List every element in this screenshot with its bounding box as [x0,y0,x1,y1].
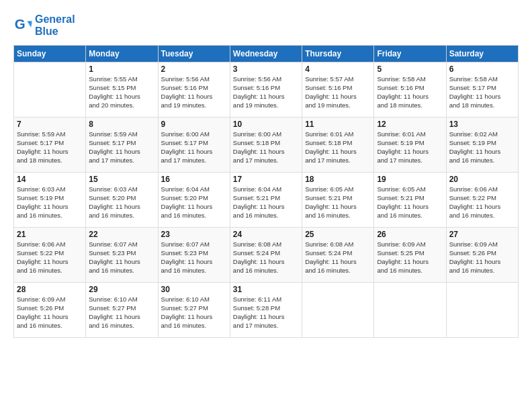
calendar-cell: 26Sunrise: 6:09 AM Sunset: 5:25 PM Dayli… [374,228,446,283]
day-number: 17 [233,175,299,184]
day-number: 15 [89,175,154,184]
day-number: 22 [89,230,154,239]
day-info: Sunrise: 5:59 AM Sunset: 5:17 PM Dayligh… [17,130,83,165]
day-number: 31 [233,285,299,294]
logo: G General Blue [13,13,75,37]
calendar-cell: 14Sunrise: 6:03 AM Sunset: 5:19 PM Dayli… [14,173,86,228]
day-info: Sunrise: 5:59 AM Sunset: 5:17 PM Dayligh… [89,130,154,165]
day-info: Sunrise: 6:07 AM Sunset: 5:23 PM Dayligh… [161,240,227,275]
calendar-cell: 3Sunrise: 5:56 AM Sunset: 5:16 PM Daylig… [230,62,302,118]
calendar-cell: 2Sunrise: 5:56 AM Sunset: 5:16 PM Daylig… [158,62,230,118]
day-info: Sunrise: 6:10 AM Sunset: 5:27 PM Dayligh… [89,295,154,330]
day-number: 4 [305,64,371,74]
day-info: Sunrise: 6:01 AM Sunset: 5:18 PM Dayligh… [305,130,371,165]
day-number: 28 [17,285,83,294]
day-info: Sunrise: 6:06 AM Sunset: 5:22 PM Dayligh… [449,185,515,220]
day-info: Sunrise: 6:03 AM Sunset: 5:19 PM Dayligh… [17,185,83,220]
day-info: Sunrise: 6:05 AM Sunset: 5:21 PM Dayligh… [377,185,443,220]
calendar-cell [14,62,86,118]
day-info: Sunrise: 6:08 AM Sunset: 5:24 PM Dayligh… [233,240,299,275]
day-number: 25 [305,230,371,239]
calendar-header-sunday: Sunday [14,46,86,62]
calendar-cell: 20Sunrise: 6:06 AM Sunset: 5:22 PM Dayli… [446,173,518,228]
page: G General Blue SundayMondayTuesdayWednes… [0,0,532,411]
day-info: Sunrise: 6:00 AM Sunset: 5:17 PM Dayligh… [161,130,227,165]
day-info: Sunrise: 5:56 AM Sunset: 5:16 PM Dayligh… [233,75,299,109]
day-number: 18 [305,175,371,184]
day-info: Sunrise: 6:08 AM Sunset: 5:24 PM Dayligh… [305,240,371,275]
day-number: 24 [233,230,299,239]
calendar-cell: 5Sunrise: 5:58 AM Sunset: 5:16 PM Daylig… [374,62,446,118]
calendar-cell: 13Sunrise: 6:02 AM Sunset: 5:19 PM Dayli… [446,118,518,173]
calendar-cell: 16Sunrise: 6:04 AM Sunset: 5:20 PM Dayli… [158,173,230,228]
calendar-week-row: 7Sunrise: 5:59 AM Sunset: 5:17 PM Daylig… [14,118,519,173]
day-info: Sunrise: 5:57 AM Sunset: 5:16 PM Dayligh… [305,75,371,109]
day-number: 26 [377,230,443,239]
calendar-cell [302,283,374,338]
logo-icon: G [13,16,32,35]
day-number: 5 [377,64,443,74]
day-number: 11 [305,120,371,129]
day-info: Sunrise: 6:00 AM Sunset: 5:18 PM Dayligh… [233,130,299,165]
day-info: Sunrise: 6:04 AM Sunset: 5:21 PM Dayligh… [233,185,299,220]
calendar-header-row: SundayMondayTuesdayWednesdayThursdayFrid… [14,46,519,62]
calendar-cell: 15Sunrise: 6:03 AM Sunset: 5:20 PM Dayli… [86,173,158,228]
calendar-cell: 1Sunrise: 5:55 AM Sunset: 5:15 PM Daylig… [86,62,158,118]
calendar-cell: 4Sunrise: 5:57 AM Sunset: 5:16 PM Daylig… [302,62,374,118]
calendar-cell: 12Sunrise: 6:01 AM Sunset: 5:19 PM Dayli… [374,118,446,173]
calendar-cell: 19Sunrise: 6:05 AM Sunset: 5:21 PM Dayli… [374,173,446,228]
day-info: Sunrise: 5:58 AM Sunset: 5:17 PM Dayligh… [449,75,515,109]
day-info: Sunrise: 5:58 AM Sunset: 5:16 PM Dayligh… [377,75,443,109]
calendar-cell [374,283,446,338]
header: G General Blue [13,13,519,37]
day-info: Sunrise: 6:04 AM Sunset: 5:20 PM Dayligh… [161,185,227,220]
day-info: Sunrise: 6:06 AM Sunset: 5:22 PM Dayligh… [17,240,83,275]
calendar-cell: 28Sunrise: 6:09 AM Sunset: 5:26 PM Dayli… [14,283,86,338]
day-number: 8 [89,120,154,129]
calendar-cell: 29Sunrise: 6:10 AM Sunset: 5:27 PM Dayli… [86,283,158,338]
day-number: 9 [161,120,227,129]
calendar-cell: 10Sunrise: 6:00 AM Sunset: 5:18 PM Dayli… [230,118,302,173]
day-info: Sunrise: 6:05 AM Sunset: 5:21 PM Dayligh… [305,185,371,220]
day-number: 30 [161,285,227,294]
calendar-cell: 9Sunrise: 6:00 AM Sunset: 5:17 PM Daylig… [158,118,230,173]
day-info: Sunrise: 6:09 AM Sunset: 5:26 PM Dayligh… [17,295,83,330]
day-info: Sunrise: 5:55 AM Sunset: 5:15 PM Dayligh… [89,75,154,109]
day-number: 2 [161,64,227,74]
calendar-header-monday: Monday [86,46,158,62]
calendar-header-wednesday: Wednesday [230,46,302,62]
day-info: Sunrise: 6:09 AM Sunset: 5:26 PM Dayligh… [449,240,515,275]
calendar-cell: 21Sunrise: 6:06 AM Sunset: 5:22 PM Dayli… [14,228,86,283]
day-number: 13 [449,120,515,129]
day-number: 23 [161,230,227,239]
calendar-cell: 30Sunrise: 6:10 AM Sunset: 5:27 PM Dayli… [158,283,230,338]
calendar-header-friday: Friday [374,46,446,62]
day-info: Sunrise: 6:07 AM Sunset: 5:23 PM Dayligh… [89,240,154,275]
calendar-cell: 24Sunrise: 6:08 AM Sunset: 5:24 PM Dayli… [230,228,302,283]
day-info: Sunrise: 6:02 AM Sunset: 5:19 PM Dayligh… [449,130,515,165]
day-info: Sunrise: 6:10 AM Sunset: 5:27 PM Dayligh… [161,295,227,330]
day-number: 6 [449,64,515,74]
calendar-cell: 8Sunrise: 5:59 AM Sunset: 5:17 PM Daylig… [86,118,158,173]
calendar-cell: 6Sunrise: 5:58 AM Sunset: 5:17 PM Daylig… [446,62,518,118]
day-number: 20 [449,175,515,184]
calendar-week-row: 14Sunrise: 6:03 AM Sunset: 5:19 PM Dayli… [14,173,519,228]
day-info: Sunrise: 6:09 AM Sunset: 5:25 PM Dayligh… [377,240,443,275]
calendar-header-saturday: Saturday [446,46,518,62]
calendar-cell: 7Sunrise: 5:59 AM Sunset: 5:17 PM Daylig… [14,118,86,173]
calendar-cell: 22Sunrise: 6:07 AM Sunset: 5:23 PM Dayli… [86,228,158,283]
svg-text:G: G [15,16,26,32]
day-number: 3 [233,64,299,74]
calendar-cell: 23Sunrise: 6:07 AM Sunset: 5:23 PM Dayli… [158,228,230,283]
calendar-cell: 25Sunrise: 6:08 AM Sunset: 5:24 PM Dayli… [302,228,374,283]
day-number: 7 [17,120,83,129]
day-info: Sunrise: 6:01 AM Sunset: 5:19 PM Dayligh… [377,130,443,165]
calendar-cell: 31Sunrise: 6:11 AM Sunset: 5:28 PM Dayli… [230,283,302,338]
logo-text: General Blue [35,13,75,37]
calendar-cell [446,283,518,338]
calendar-header-tuesday: Tuesday [158,46,230,62]
calendar-table: SundayMondayTuesdayWednesdayThursdayFrid… [13,45,519,338]
day-number: 1 [89,64,154,74]
day-number: 19 [377,175,443,184]
day-number: 16 [161,175,227,184]
